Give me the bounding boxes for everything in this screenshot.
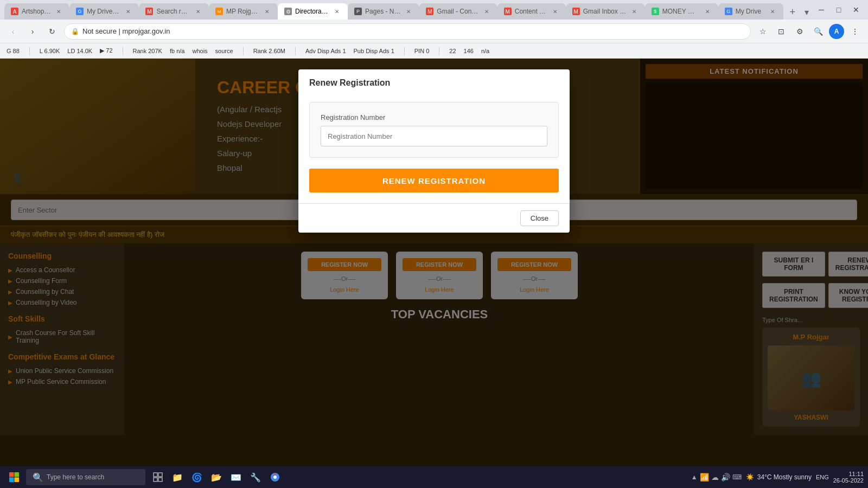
taskbar-right: ▲ 📶 ☁ 🔊 ⌨ ☀️ 34°C Mostly sunny ENG 11:11… [691, 471, 864, 484]
tab-close-searchres[interactable]: ✕ [194, 7, 202, 16]
taskbar-search-placeholder: Type here to search [47, 473, 104, 481]
tab-close-mydrive2[interactable]: ✕ [768, 7, 777, 16]
close-window-button[interactable]: ✕ [848, 2, 864, 17]
tab-title-mydrive: My Drive - … [87, 8, 120, 15]
renew-registration-button[interactable]: RENEW REGISTRATION [309, 169, 559, 192]
window-controls: ─ □ ✕ [814, 2, 864, 20]
svg-rect-7 [158, 478, 162, 481]
tab-favicon-gmail-content: M [426, 8, 433, 15]
forward-button[interactable]: › [25, 24, 40, 39]
ext-pin-label: PIN 0 [414, 48, 430, 54]
tab-close-artshoppy[interactable]: ✕ [54, 7, 63, 16]
taskbar-quick-icons: 📁 🌀 📂 ✉️ 🔧 [150, 469, 283, 485]
tab-gmail-content[interactable]: M Gmail - Conte… ✕ [419, 3, 497, 20]
start-button[interactable] [4, 467, 24, 487]
tab-mprojgar[interactable]: M MP Rojgar… ✕ [209, 3, 278, 20]
ext-na2[interactable]: n/a [481, 48, 489, 54]
tab-title-mprojgar: MP Rojgar… [226, 8, 259, 15]
tab-close-mprojgar[interactable]: ✕ [263, 7, 271, 16]
ext-ld-label: LD 14.0K [67, 48, 92, 54]
up-arrow-icon[interactable]: ▲ [691, 473, 698, 481]
folder-icon[interactable]: 📂 [208, 469, 225, 485]
tab-artshoppy[interactable]: A Artshoppy ✕ [4, 3, 69, 20]
tab-mydrive2[interactable]: G My Drive ✕ [718, 3, 783, 20]
ext-adv-disp-label: Adv Disp Ads 1 [305, 48, 346, 54]
ext-72[interactable]: ▶ 72 [100, 47, 112, 54]
cloud-icon[interactable]: ☁ [711, 473, 719, 481]
ext-fb-label: fb n/a [170, 48, 185, 54]
search-icon[interactable]: 🔍 [810, 24, 826, 39]
ext-ld14k[interactable]: LD 14.0K [67, 48, 92, 54]
close-modal-button[interactable]: Close [520, 210, 559, 226]
tab-title-money: MONEY MA… [662, 8, 700, 15]
ext-adv-disp[interactable]: Adv Disp Ads 1 [305, 48, 346, 54]
tab-inbox[interactable]: M Gmail Inbox (10) ✕ [566, 3, 645, 20]
maximize-button[interactable]: □ [831, 2, 846, 17]
back-button[interactable]: ‹ [5, 24, 21, 39]
ext-22[interactable]: 22 [449, 48, 456, 54]
ext-sep-2 [123, 47, 123, 55]
taskbar-clock[interactable]: 11:11 26-05-2022 [833, 471, 864, 484]
tool-icon[interactable]: 🔧 [247, 469, 264, 485]
bookmark-star-icon[interactable]: ☆ [755, 24, 770, 39]
tab-close-gmail-content[interactable]: ✕ [482, 7, 491, 16]
file-explorer-icon[interactable]: 📁 [169, 469, 186, 485]
ext-rank207k[interactable]: Rank 207K [133, 48, 162, 54]
tab-favicon-directorate: ⚙ [284, 8, 292, 15]
tab-close-pages[interactable]: ✕ [404, 7, 413, 16]
tab-directorate[interactable]: ⚙ Directorate… ✕ [278, 3, 348, 20]
ext-pin[interactable]: PIN 0 [414, 48, 430, 54]
tab-title-pages: Pages - NC… [365, 8, 401, 15]
ext-rank26m[interactable]: Rank 2.60M [253, 48, 285, 54]
tab-favicon-money: $ [652, 8, 659, 15]
keyboard-icon[interactable]: ⌨ [732, 473, 742, 481]
tab-close-directorate[interactable]: ✕ [333, 7, 341, 16]
menu-button[interactable]: ⋮ [847, 24, 863, 39]
tab-close-gmail-content2[interactable]: ✕ [551, 7, 559, 16]
ext-sep-5 [404, 47, 405, 55]
tab-favicon-mprojgar: M [215, 8, 223, 15]
task-view-icon[interactable] [150, 469, 166, 485]
edge-icon[interactable]: 🌀 [189, 469, 205, 485]
new-tab-button[interactable]: + [786, 4, 800, 20]
tab-close-inbox[interactable]: ✕ [630, 7, 639, 16]
modal-backdrop: Renew Registration Registration Number R… [0, 59, 868, 488]
ext-146[interactable]: 146 [464, 48, 474, 54]
ext-pub-disp-label: Pub Disp Ads 1 [354, 48, 394, 54]
ext-l6k[interactable]: L 6.90K [40, 48, 60, 54]
tab-title-gmail-content: Gmail - Conte… [437, 8, 478, 15]
ext-whois[interactable]: whois [192, 48, 207, 54]
tab-gmail-content2[interactable]: M Content fo… ✕ [497, 3, 566, 20]
cast-icon[interactable]: ⊡ [774, 24, 789, 39]
tab-favicon-pages: P [354, 8, 362, 15]
chrome-icon[interactable] [267, 469, 283, 485]
modal-footer: Close [298, 203, 570, 233]
tab-pages[interactable]: P Pages - NC… ✕ [348, 3, 419, 20]
ext-sep-3 [243, 47, 244, 55]
speaker-icon[interactable]: 🔊 [721, 473, 730, 481]
tab-searchres[interactable]: M Search res… ✕ [139, 3, 209, 20]
ext-g88[interactable]: G88 [7, 48, 20, 54]
tab-close-money[interactable]: ✕ [703, 7, 712, 16]
ext-whois-label: whois [192, 48, 207, 54]
reload-button[interactable]: ↻ [44, 24, 60, 39]
time-display: 11:11 [833, 471, 864, 477]
temperature-text: 34°C Mostly sunny [757, 473, 812, 481]
profile-button[interactable]: A [829, 24, 844, 39]
mail-icon[interactable]: ✉️ [228, 469, 244, 485]
ext-source[interactable]: source [215, 48, 233, 54]
network-icon[interactable]: 📶 [700, 473, 709, 481]
ext-pub-disp[interactable]: Pub Disp Ads 1 [354, 48, 394, 54]
tab-close-mydrive[interactable]: ✕ [124, 7, 132, 16]
ext-22-label: 22 [449, 48, 456, 54]
minimize-button[interactable]: ─ [814, 2, 829, 17]
tab-mydrive[interactable]: G My Drive - … ✕ [69, 3, 139, 20]
registration-number-input[interactable] [321, 126, 547, 146]
ext-fb-na[interactable]: fb n/a [170, 48, 185, 54]
tab-favicon-gmail-content2: M [504, 8, 512, 15]
tab-list-button[interactable]: ▾ [800, 4, 814, 20]
extensions-icon[interactable]: ⚙ [792, 24, 807, 39]
tab-money[interactable]: $ MONEY MA… ✕ [645, 3, 718, 20]
address-input[interactable]: 🔒 Not secure | mprojgar.gov.in [64, 23, 751, 40]
taskbar-search[interactable]: 🔍 Type here to search [26, 469, 145, 485]
